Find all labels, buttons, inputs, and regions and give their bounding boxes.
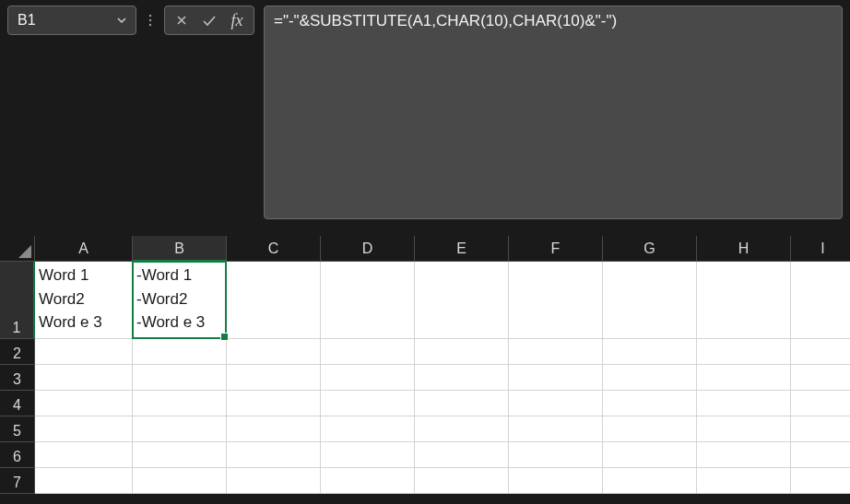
cell-G7[interactable] bbox=[603, 468, 697, 494]
row-header-4[interactable]: 4 bbox=[0, 391, 35, 416]
column-header-I[interactable]: I bbox=[791, 236, 850, 262]
cell-D3[interactable] bbox=[321, 365, 415, 391]
column-header-D[interactable]: D bbox=[321, 236, 415, 262]
cell-B4[interactable] bbox=[133, 391, 227, 416]
cell-E7[interactable] bbox=[415, 468, 509, 494]
formula-bar-value: ="-"&SUBSTITUTE(A1,CHAR(10),CHAR(10)&"-"… bbox=[274, 12, 617, 29]
name-box-value: B1 bbox=[18, 12, 113, 29]
cell-A3[interactable] bbox=[35, 365, 133, 391]
chevron-down-icon[interactable] bbox=[113, 12, 130, 29]
cell-D7[interactable] bbox=[321, 468, 415, 494]
cell-I1[interactable] bbox=[791, 262, 850, 339]
cell-C1[interactable] bbox=[227, 262, 321, 339]
check-icon bbox=[202, 14, 217, 27]
cell-B2[interactable] bbox=[133, 339, 227, 365]
cell-F5[interactable] bbox=[509, 416, 603, 442]
row-header-5[interactable]: 5 bbox=[0, 416, 35, 442]
cell-A2[interactable] bbox=[35, 339, 133, 365]
svg-point-0 bbox=[149, 15, 151, 17]
cell-F7[interactable] bbox=[509, 468, 603, 494]
cell-G1[interactable] bbox=[603, 262, 697, 339]
column-header-A[interactable]: A bbox=[35, 236, 133, 262]
cell-C5[interactable] bbox=[227, 416, 321, 442]
cell-A5[interactable] bbox=[35, 416, 133, 442]
cell-I6[interactable] bbox=[791, 442, 850, 468]
spreadsheet-grid[interactable]: A B C D E F G H I 1 Word 1 Word2 Word e … bbox=[0, 236, 850, 494]
cell-E2[interactable] bbox=[415, 339, 509, 365]
insert-function-button[interactable]: fx bbox=[224, 8, 250, 32]
row-header-6[interactable]: 6 bbox=[0, 442, 35, 468]
cell-H1[interactable] bbox=[697, 262, 791, 339]
cell-D1[interactable] bbox=[321, 262, 415, 339]
cell-B3[interactable] bbox=[133, 365, 227, 391]
cell-F4[interactable] bbox=[509, 391, 603, 416]
cell-I5[interactable] bbox=[791, 416, 850, 442]
column-header-G[interactable]: G bbox=[603, 236, 697, 262]
cell-G5[interactable] bbox=[603, 416, 697, 442]
cell-G2[interactable] bbox=[603, 339, 697, 365]
formula-controls: fx bbox=[164, 6, 254, 35]
cell-F6[interactable] bbox=[509, 442, 603, 468]
name-box[interactable]: B1 bbox=[7, 6, 136, 35]
cell-G3[interactable] bbox=[603, 365, 697, 391]
cell-E4[interactable] bbox=[415, 391, 509, 416]
cell-H7[interactable] bbox=[697, 468, 791, 494]
cell-F1[interactable] bbox=[509, 262, 603, 339]
svg-point-1 bbox=[149, 19, 151, 21]
cell-D2[interactable] bbox=[321, 339, 415, 365]
cell-D5[interactable] bbox=[321, 416, 415, 442]
cell-I4[interactable] bbox=[791, 391, 850, 416]
enter-button[interactable] bbox=[196, 8, 222, 32]
column-header-C[interactable]: C bbox=[227, 236, 321, 262]
cell-H5[interactable] bbox=[697, 416, 791, 442]
cell-B1[interactable]: -Word 1 -Word2 -Word e 3 bbox=[133, 262, 227, 339]
separator-dots-icon bbox=[146, 6, 155, 35]
cell-C3[interactable] bbox=[227, 365, 321, 391]
cell-F3[interactable] bbox=[509, 365, 603, 391]
cell-D6[interactable] bbox=[321, 442, 415, 468]
column-header-E[interactable]: E bbox=[415, 236, 509, 262]
svg-point-2 bbox=[149, 24, 151, 26]
cell-H3[interactable] bbox=[697, 365, 791, 391]
cell-I3[interactable] bbox=[791, 365, 850, 391]
row-header-3[interactable]: 3 bbox=[0, 365, 35, 391]
cell-A6[interactable] bbox=[35, 442, 133, 468]
cell-E1[interactable] bbox=[415, 262, 509, 339]
cell-B5[interactable] bbox=[133, 416, 227, 442]
row-header-7[interactable]: 7 bbox=[0, 468, 35, 494]
cell-B1-value: -Word 1 -Word2 -Word e 3 bbox=[136, 264, 205, 334]
cell-B6[interactable] bbox=[133, 442, 227, 468]
row-header-2[interactable]: 2 bbox=[0, 339, 35, 365]
cell-F2[interactable] bbox=[509, 339, 603, 365]
row-header-1[interactable]: 1 bbox=[0, 262, 35, 339]
cell-G4[interactable] bbox=[603, 391, 697, 416]
cell-C7[interactable] bbox=[227, 468, 321, 494]
cell-E3[interactable] bbox=[415, 365, 509, 391]
cell-D4[interactable] bbox=[321, 391, 415, 416]
cell-C4[interactable] bbox=[227, 391, 321, 416]
cell-H4[interactable] bbox=[697, 391, 791, 416]
cancel-button[interactable] bbox=[169, 8, 195, 32]
cell-A4[interactable] bbox=[35, 391, 133, 416]
cell-C2[interactable] bbox=[227, 339, 321, 365]
cell-A1[interactable]: Word 1 Word2 Word e 3 bbox=[35, 262, 133, 339]
select-all-corner[interactable] bbox=[0, 236, 35, 262]
column-header-H[interactable]: H bbox=[697, 236, 791, 262]
cell-C6[interactable] bbox=[227, 442, 321, 468]
column-header-B[interactable]: B bbox=[133, 236, 227, 262]
cell-H2[interactable] bbox=[697, 339, 791, 365]
cell-H6[interactable] bbox=[697, 442, 791, 468]
x-icon bbox=[175, 14, 188, 27]
formula-bar[interactable]: ="-"&SUBSTITUTE(A1,CHAR(10),CHAR(10)&"-"… bbox=[264, 6, 843, 219]
cell-I2[interactable] bbox=[791, 339, 850, 365]
cell-E5[interactable] bbox=[415, 416, 509, 442]
cell-B7[interactable] bbox=[133, 468, 227, 494]
fx-icon: fx bbox=[228, 11, 247, 30]
cell-G6[interactable] bbox=[603, 442, 697, 468]
column-header-F[interactable]: F bbox=[509, 236, 603, 262]
cell-I7[interactable] bbox=[791, 468, 850, 494]
cell-E6[interactable] bbox=[415, 442, 509, 468]
cell-A7[interactable] bbox=[35, 468, 133, 494]
